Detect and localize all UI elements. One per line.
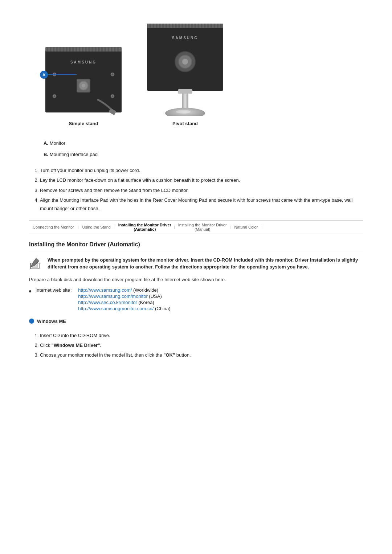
nav-install-auto-label: Installing the Monitor Driver (118, 223, 171, 227)
annotation-b-label: B. (44, 152, 48, 157)
svg-rect-3 (45, 47, 122, 52)
label-a-line (48, 74, 77, 75)
windows-me-section: Windows ME (29, 319, 363, 324)
windows-me-icon (29, 319, 34, 324)
link-china-suffix: (China) (154, 306, 170, 311)
annotation-a: A. Monitor (44, 139, 363, 147)
simple-stand-svg: SAMSUNG (44, 44, 123, 116)
nav-install-manual[interactable]: Installing the Monitor Driver (Manual) (175, 223, 230, 231)
link-korea-suffix: (Korea) (137, 300, 154, 305)
svg-text:SAMSUNG: SAMSUNG (172, 36, 198, 40)
svg-rect-30 (178, 89, 192, 94)
internet-label: Internet web site : (36, 287, 78, 293)
annotation-b-text: Mounting interface pad (50, 152, 98, 157)
note-text: When prompted by the operating system fo… (48, 257, 363, 271)
svg-point-33 (176, 110, 191, 114)
bottom-instructions-list: Insert CD into the CD-ROM drive. Click "… (40, 331, 363, 360)
instructions-list: Turn off your monitor and unplug its pow… (40, 166, 363, 213)
body-text: Prepare a blank disk and download the dr… (29, 276, 363, 284)
nav-sep-5: | (261, 225, 262, 229)
svg-point-19 (82, 84, 85, 87)
monitors-section: A SAMSUNG (29, 15, 363, 134)
nav-connecting-monitor[interactable]: Connecting the Monitor (29, 225, 78, 229)
internet-row: Internet web site : http://www.samsung.c… (29, 287, 363, 311)
link-worldwide: http://www.samsung.com/ (Worldwide) (78, 287, 170, 293)
link-china: http://www.samsungmonitor.com.cn/ (China… (78, 306, 170, 311)
nav-natural-color[interactable]: Natural Color (230, 225, 261, 229)
annotations-section: A. Monitor B. Mounting interface pad (44, 139, 363, 159)
windows-me-label: Windows ME (37, 319, 66, 324)
nav-install-automatic[interactable]: Installing the Monitor Driver (Automatic… (115, 223, 174, 231)
links-list: http://www.samsung.com/ (Worldwide) http… (78, 287, 170, 311)
nav-install-manual-sub: (Manual) (195, 227, 210, 231)
svg-text:SAMSUNG: SAMSUNG (70, 60, 97, 64)
link-korea-url[interactable]: http://www.sec.co.kr/monitor (78, 300, 137, 305)
svg-point-28 (182, 59, 188, 65)
simple-stand-image: A SAMSUNG (44, 44, 123, 117)
bullet-dot (29, 290, 31, 292)
label-a-badge: A (40, 71, 48, 79)
link-china-url[interactable]: http://www.samsungmonitor.com.cn/ (78, 306, 154, 311)
section-heading: Installing the Monitor Driver (Automatic… (29, 241, 363, 251)
link-usa-suffix: (USA) (148, 294, 162, 299)
link-usa: http://www.samsung.com/monitor (USA) (78, 294, 170, 299)
link-worldwide-suffix: (Worldwide) (132, 287, 158, 293)
annotation-b: B. Mounting interface pad (44, 150, 363, 159)
instruction-3: Remove four screws and then remove the S… (40, 186, 363, 194)
simple-stand-caption: Simple stand (69, 121, 98, 126)
note-icon (29, 257, 42, 270)
bottom-instruction-1: Insert CD into the CD-ROM drive. (40, 331, 363, 340)
pivot-stand-figure: SAMSUNG Pivot stand (145, 22, 225, 126)
svg-rect-36 (33, 268, 36, 269)
nav-install-manual-label: Installing the Monitor Driver (178, 223, 227, 227)
instruction-1: Turn off your monitor and unplug its pow… (40, 166, 363, 175)
link-usa-url[interactable]: http://www.samsung.com/monitor (78, 294, 147, 299)
bottom-instructions: Insert CD into the CD-ROM drive. Click "… (29, 331, 363, 360)
simple-stand-figure: A SAMSUNG (44, 44, 123, 126)
svg-rect-29 (182, 91, 188, 111)
svg-rect-24 (147, 24, 223, 28)
instruction-2: Lay the LCD monitor face-down on a flat … (40, 176, 363, 184)
link-worldwide-url[interactable]: http://www.samsung.com/ (78, 287, 132, 293)
bottom-instruction-3: Choose your monitor model in the model l… (40, 351, 363, 359)
note-box: When prompted by the operating system fo… (29, 257, 363, 271)
annotation-a-label: A. (44, 140, 48, 146)
pivot-stand-image: SAMSUNG (145, 22, 225, 117)
pivot-stand-svg: SAMSUNG (145, 22, 225, 116)
navigation-bar: Connecting the Monitor | Using the Stand… (29, 220, 363, 234)
nav-using-stand[interactable]: Using the Stand (79, 225, 114, 229)
pivot-stand-caption: Pivot stand (172, 121, 198, 126)
link-korea: http://www.sec.co.kr/monitor (Korea) (78, 300, 170, 305)
nav-install-auto-sub: (Automatic) (134, 227, 156, 231)
instruction-4: Align the Mounting Interface Pad with th… (40, 196, 363, 213)
bottom-instruction-2: Click "Windows ME Driver". (40, 341, 363, 349)
annotation-a-text: Monitor (50, 140, 65, 146)
